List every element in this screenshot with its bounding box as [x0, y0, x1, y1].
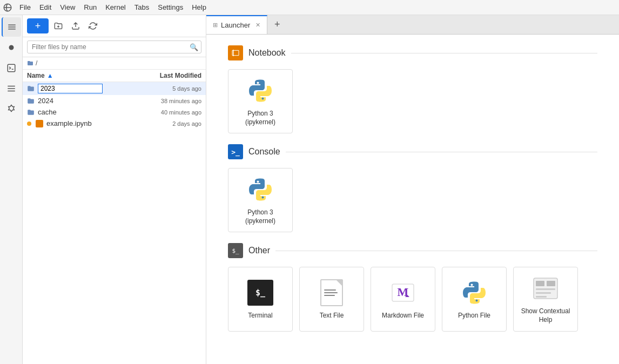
menu-view[interactable]: View — [56, 2, 79, 12]
sidebar-item-commands[interactable] — [2, 58, 21, 78]
file-name: example.ipynb — [46, 119, 92, 127]
sort-icon: ▲ — [47, 72, 53, 79]
file-row[interactable]: example.ipynb 2 days ago — [23, 118, 206, 129]
svg-point-12 — [471, 284, 473, 286]
folder-icon — [27, 109, 35, 116]
card-text-file[interactable]: Text File — [299, 267, 364, 331]
file-rename-input[interactable] — [38, 84, 103, 93]
other-section-label: Other — [248, 246, 270, 255]
markdown-symbol: M — [390, 280, 416, 306]
menu-bar: File Edit View Run Kernel Tabs Settings … — [0, 0, 619, 15]
other-icon-symbol: $_ — [232, 247, 239, 254]
python-file-label: Python File — [458, 312, 490, 320]
file-name: 2024 — [38, 97, 53, 105]
card-python-file[interactable]: Python File — [442, 267, 507, 331]
console-section-label: Console — [248, 147, 280, 157]
python3-notebook-icon — [246, 76, 275, 105]
tab-close-icon[interactable]: ✕ — [255, 22, 260, 29]
launcher-tab-icon: ⊞ — [213, 22, 218, 29]
file-modified: 38 minutes ago — [131, 98, 201, 104]
card-contextual-help[interactable]: Show ContextualHelp — [513, 267, 578, 331]
content-area: ⊞ Launcher ✕ + Notebook — [206, 15, 619, 364]
sidebar-item-files[interactable] — [2, 17, 21, 37]
new-button[interactable]: + — [27, 18, 49, 33]
contextual-help-label: Show ContextualHelp — [521, 307, 570, 324]
svg-point-13 — [476, 300, 478, 302]
svg-point-6 — [257, 82, 259, 84]
file-panel-toolbar: + — [23, 15, 206, 37]
file-row[interactable]: 2024 38 minutes ago — [23, 95, 206, 106]
file-panel: + 🔍 — [23, 15, 206, 364]
section-divider — [275, 251, 597, 251]
python-file-icon — [460, 278, 489, 307]
menu-help[interactable]: Help — [187, 2, 211, 12]
section-divider — [286, 152, 597, 152]
tab-bar: ⊞ Launcher ✕ + — [206, 15, 619, 35]
search-wrapper: 🔍 — [23, 37, 206, 57]
console-section-header: >_ Console — [228, 144, 597, 159]
notebook-cards: Python 3(ipykernel) — [228, 69, 597, 133]
console-icon-symbol: >_ — [231, 148, 240, 156]
card-terminal[interactable]: $_ Terminal — [228, 267, 293, 331]
card-python3-notebook[interactable]: Python 3(ipykernel) — [228, 69, 293, 133]
upload-button[interactable] — [68, 18, 83, 33]
main-content: + 🔍 — [0, 15, 619, 364]
file-row[interactable]: cache 40 minutes ago — [23, 106, 206, 118]
svg-rect-15 — [536, 281, 544, 286]
svg-point-8 — [257, 181, 259, 183]
card-python3-console[interactable]: Python 3(ipykernel) — [228, 168, 293, 232]
menu-edit[interactable]: Edit — [35, 2, 56, 12]
textfile-line — [324, 292, 338, 293]
text-file-label: Text File — [320, 312, 344, 320]
python3-console-label: Python 3(ipykernel) — [245, 208, 275, 225]
file-name: cache — [38, 108, 57, 116]
textfile-symbol — [320, 279, 343, 306]
text-file-icon — [317, 278, 346, 307]
tab-label: Launcher — [221, 21, 250, 29]
folder-icon — [27, 97, 35, 105]
other-cards: $_ Terminal Text File — [228, 267, 597, 331]
file-modified: 5 days ago — [131, 85, 201, 92]
notebook-section-header: Notebook — [228, 45, 597, 60]
new-folder-button[interactable] — [51, 18, 66, 33]
file-row[interactable]: 5 days ago — [23, 82, 206, 95]
menu-run[interactable]: Run — [79, 2, 101, 12]
file-list-header[interactable]: Name ▲ Last Modified — [23, 70, 206, 82]
other-section-header: $_ Other — [228, 243, 597, 258]
file-list: 5 days ago 2024 38 minutes ago cache 40 … — [23, 82, 206, 364]
notebook-section-label: Notebook — [248, 48, 286, 58]
menu-settings[interactable]: Settings — [153, 2, 187, 12]
search-input[interactable] — [27, 41, 201, 53]
app-logo — [0, 0, 15, 15]
menu-kernel[interactable]: Kernel — [101, 2, 130, 12]
new-tab-button[interactable]: + — [268, 16, 286, 33]
svg-point-7 — [262, 98, 264, 100]
terminal-icon: $_ — [246, 278, 275, 307]
col-modified-header: Last Modified — [131, 72, 201, 79]
notebook-file-icon — [36, 120, 43, 127]
refresh-button[interactable] — [85, 18, 100, 33]
sidebar-item-tabs[interactable] — [2, 79, 21, 98]
svg-rect-18 — [536, 292, 551, 294]
sidebar-item-extensions[interactable] — [2, 99, 21, 119]
menu-tabs[interactable]: Tabs — [130, 2, 153, 12]
markdown-file-label: Markdown File — [382, 312, 424, 320]
svg-rect-17 — [536, 288, 555, 290]
card-markdown-file[interactable]: M Markdown File — [371, 267, 435, 331]
menu-file[interactable]: File — [15, 2, 35, 12]
terminal-label: Terminal — [248, 312, 272, 320]
svg-rect-19 — [536, 296, 547, 298]
svg-point-1 — [9, 45, 14, 50]
textfile-line — [324, 295, 335, 296]
textfile-line — [324, 289, 336, 291]
tab-launcher[interactable]: ⊞ Launcher ✕ — [206, 15, 267, 34]
breadcrumb: / — [23, 57, 206, 70]
col-name-header: Name ▲ — [27, 72, 131, 79]
markdown-icon: M — [388, 278, 418, 307]
sidebar-item-running[interactable] — [2, 38, 21, 57]
icon-bar — [0, 15, 23, 364]
folder-icon — [27, 85, 35, 92]
launcher: Notebook Python 3(ipykernel) — [206, 35, 619, 364]
notebook-section-icon — [228, 45, 243, 60]
console-cards: Python 3(ipykernel) — [228, 168, 597, 232]
